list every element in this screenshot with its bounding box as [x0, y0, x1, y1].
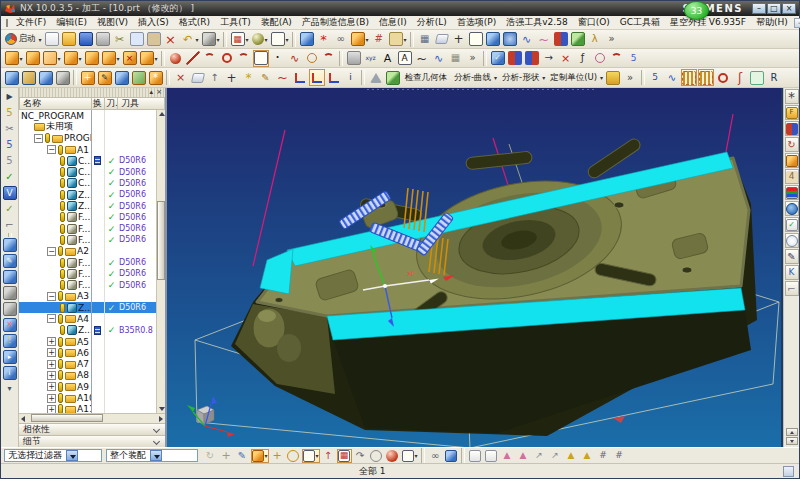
tree-row[interactable]: C...✓D50R6	[19, 166, 156, 177]
studio-view-button[interactable]: ▾	[63, 50, 83, 67]
paste-button[interactable]	[146, 31, 162, 48]
toolpath-curve-button[interactable]: ∿	[664, 69, 680, 86]
dropdown-arrow-icon[interactable]: ▾	[494, 74, 497, 81]
hand-tool-button[interactable]: ▾	[2, 381, 18, 397]
four-k-button[interactable]: 4	[785, 169, 799, 184]
tree-row[interactable]: +A7	[19, 359, 156, 370]
tree-row[interactable]: Z...✓D50R6	[19, 302, 156, 313]
pen-button[interactable]: ✎	[258, 69, 274, 86]
tree-vertical-scrollbar[interactable]	[156, 110, 165, 413]
tree-row[interactable]: +A11	[19, 404, 156, 413]
tree-row[interactable]: Z...✓B35R0.8	[19, 325, 156, 336]
expand-icon[interactable]: +	[47, 348, 56, 357]
info-small-button[interactable]: i	[343, 69, 359, 86]
note-button[interactable]: A	[397, 50, 413, 67]
line-button[interactable]	[185, 50, 201, 67]
delete-curve-button[interactable]: ×	[558, 50, 574, 67]
panel-collapse-icon[interactable]: ▴	[150, 89, 154, 96]
collapse-icon[interactable]: −	[47, 292, 56, 301]
studio-spline-button[interactable]: ∿	[287, 50, 303, 67]
analysis-curve-button[interactable]: 分析-曲线▾	[451, 69, 498, 86]
close-button[interactable]: ×	[782, 3, 796, 14]
tree-row[interactable]: +A5	[19, 336, 156, 347]
rail-scroll-up-button[interactable]	[786, 428, 798, 436]
tree-row[interactable]: 未用项	[19, 121, 156, 132]
sketch-button[interactable]	[468, 31, 484, 48]
info-toolpath-button[interactable]: i	[2, 365, 18, 381]
red-dot-button[interactable]	[385, 449, 400, 463]
curve-x-button[interactable]: ∿	[431, 50, 447, 67]
collapse-icon[interactable]: −	[47, 145, 56, 154]
hash-2-button[interactable]: #	[612, 449, 627, 463]
snail-ring-button[interactable]	[369, 449, 384, 463]
copy-feature-button[interactable]	[4, 69, 20, 86]
tree-row[interactable]: +A9	[19, 381, 156, 392]
dropdown-arrow-icon[interactable]: ▾	[155, 55, 158, 62]
function-button[interactable]: ƒ	[575, 50, 591, 67]
vector-up-button[interactable]: ↑	[207, 69, 223, 86]
collapse-icon[interactable]: −	[47, 314, 56, 323]
touch-mode-button[interactable]: ▦▾	[230, 31, 250, 48]
expression-button[interactable]: λ	[587, 31, 603, 48]
more-commands-2-button[interactable]: »	[465, 50, 481, 67]
menu-item-13[interactable]: 窗口(O)	[573, 16, 615, 29]
spline-j-button[interactable]: ʃ	[732, 69, 748, 86]
shaded-view-button[interactable]	[25, 50, 41, 67]
panel-close-icon[interactable]: ×	[156, 89, 162, 96]
xyz-point-button[interactable]: xyz	[363, 50, 379, 67]
extract-region-button[interactable]	[368, 69, 384, 86]
menu-item-2[interactable]: 编辑(E)	[51, 16, 92, 29]
lock-toolpath-button[interactable]: !	[2, 333, 18, 349]
dropdown-arrow-icon[interactable]: ▾	[217, 36, 220, 43]
datum-plane-2-button[interactable]	[190, 69, 206, 86]
ship-design-button[interactable]: ✓	[490, 50, 506, 67]
dropdown-arrow-icon[interactable]: ▾	[79, 55, 82, 62]
wcs-orient-button[interactable]	[326, 69, 342, 86]
menu-item-5[interactable]: 格式(R)	[174, 16, 215, 29]
rail-scroll-dn-button[interactable]	[786, 437, 798, 445]
play-toolpath-button[interactable]: ▸	[2, 349, 18, 365]
menu-item-4[interactable]: 插入(S)	[133, 16, 174, 29]
dropdown-arrow-icon[interactable]: ▾	[600, 74, 603, 81]
grid-check-button[interactable]	[749, 69, 765, 86]
graphics-window[interactable]: XC	[167, 88, 781, 447]
details-section[interactable]: 细节	[19, 435, 165, 447]
text-button[interactable]: A	[380, 50, 396, 67]
examine-geometry-button[interactable]: 检查几何体	[402, 69, 451, 86]
general-selection-button[interactable]: ▾	[302, 449, 320, 463]
tree-row[interactable]: −A4	[19, 313, 156, 324]
blue-cube-button[interactable]	[444, 449, 459, 463]
tree-row[interactable]: C...✓D50R6	[19, 178, 156, 189]
snap-refresh-button[interactable]: ↻	[203, 449, 218, 463]
tree-row[interactable]: F...✓D50R6	[19, 279, 156, 290]
spline-5-button[interactable]: 5	[626, 50, 642, 67]
helix-button[interactable]: ∿	[519, 31, 535, 48]
arc-2-button[interactable]	[609, 50, 625, 67]
profile-button[interactable]	[253, 50, 269, 67]
more-commands-3-button[interactable]: »	[622, 69, 638, 86]
arrow-ne-1-button[interactable]: ↗	[532, 449, 547, 463]
tree-row[interactable]: −A3	[19, 291, 156, 302]
pink-triangle-2-button[interactable]: ▲	[516, 449, 531, 463]
orient-view-button[interactable]: ×	[173, 69, 189, 86]
machine-tool-view-button[interactable]: ✂	[2, 121, 18, 137]
shaded-edges-view-button[interactable]: ▾	[4, 50, 24, 67]
degrees-of-freedom-button[interactable]: ∞	[333, 31, 349, 48]
menu-item-14[interactable]: GC工具箱	[615, 16, 665, 29]
gold-triangle-1-button[interactable]: ▲	[564, 449, 579, 463]
selection-scope-combo[interactable]: 整个装配	[106, 449, 198, 462]
tree-row[interactable]: −A1	[19, 144, 156, 155]
polygon-button[interactable]	[304, 50, 320, 67]
person-up-button[interactable]: ↑	[321, 449, 336, 463]
blue-component-button[interactable]	[114, 69, 130, 86]
point-plus-button[interactable]: +	[224, 69, 240, 86]
select-pen-button[interactable]: ✎	[235, 449, 250, 463]
undo-button[interactable]: ↶▾	[180, 31, 200, 48]
book-pair-button[interactable]	[524, 50, 540, 67]
menu-item-11[interactable]: 首选项(P)	[452, 16, 501, 29]
menu-item-6[interactable]: 工具(T)	[215, 16, 256, 29]
refresh-red-button[interactable]: ↻	[785, 137, 799, 152]
dropdown-arrow-icon[interactable]: ▾	[117, 55, 120, 62]
dashed-box-button[interactable]: ▾	[401, 449, 419, 463]
hidden-edges-view-button[interactable]: ▾	[101, 50, 121, 67]
